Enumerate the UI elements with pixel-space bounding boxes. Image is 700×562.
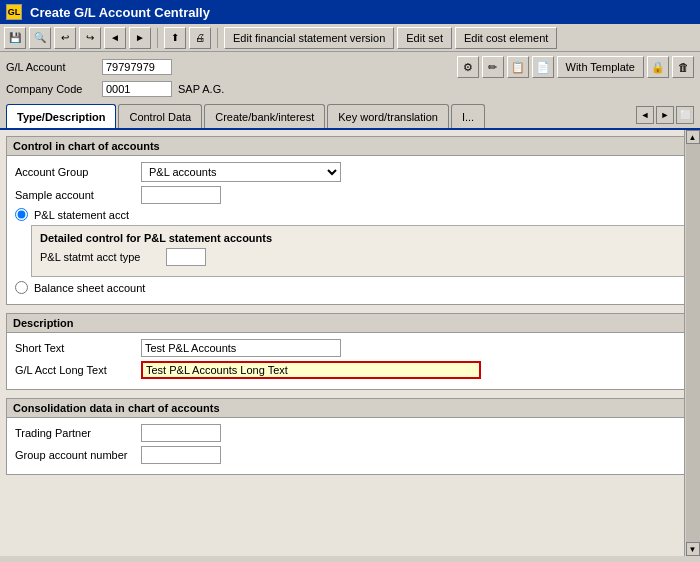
print-button[interactable]: 🖨: [189, 27, 211, 49]
account-group-row: Account Group P&L accounts: [15, 162, 685, 182]
description-section: Description Short Text G/L Acct Long Tex…: [6, 313, 694, 390]
pl-statmt-acct-type-input[interactable]: [166, 248, 206, 266]
account-group-select[interactable]: P&L accounts: [141, 162, 341, 182]
long-text-row: G/L Acct Long Text: [15, 361, 685, 379]
sample-account-label: Sample account: [15, 189, 135, 201]
header-btn-5[interactable]: 🔒: [647, 56, 669, 78]
next-button[interactable]: ►: [129, 27, 151, 49]
scroll-down-button[interactable]: ▼: [686, 542, 700, 556]
prev-button[interactable]: ◄: [104, 27, 126, 49]
pl-detail-section: Detailed control for P&L statement accou…: [31, 225, 685, 277]
tab-expand-button[interactable]: ⬜: [676, 106, 694, 124]
tab-nav-buttons: ◄ ► ⬜: [636, 106, 694, 124]
company-code-row: Company Code 0001 SAP A.G.: [6, 81, 694, 97]
short-text-input[interactable]: [141, 339, 341, 357]
header-buttons: ⚙ ✏ 📋 📄 With Template 🔒 🗑: [457, 56, 695, 78]
group-account-input[interactable]: [141, 446, 221, 464]
undo-button[interactable]: ↩: [54, 27, 76, 49]
find-button[interactable]: 🔍: [29, 27, 51, 49]
header-btn-6[interactable]: 🗑: [672, 56, 694, 78]
tab-type-description[interactable]: Type/Description: [6, 104, 116, 128]
tab-next-button[interactable]: ►: [656, 106, 674, 124]
scrollbar[interactable]: ▲ ▼: [684, 130, 700, 556]
tab-prev-button[interactable]: ◄: [636, 106, 654, 124]
trading-partner-label: Trading Partner: [15, 427, 135, 439]
header-btn-1[interactable]: ⚙: [457, 56, 479, 78]
gl-account-label: G/L Account: [6, 61, 96, 73]
sample-account-input[interactable]: [141, 186, 221, 204]
pl-detail-header: Detailed control for P&L statement accou…: [40, 232, 676, 248]
tabs-area: Type/Description Control Data Create/ban…: [0, 104, 700, 130]
title-bar: GL Create G/L Account Centrally: [0, 0, 700, 24]
consolidation-body: Trading Partner Group account number: [7, 418, 693, 474]
tab-i[interactable]: I...: [451, 104, 485, 128]
header-btn-4[interactable]: 📄: [532, 56, 554, 78]
pl-statement-label: P&L statement acct: [34, 209, 129, 221]
save-button[interactable]: 💾: [4, 27, 26, 49]
page-title: Create G/L Account Centrally: [30, 5, 210, 20]
pl-statmt-acct-type-row: P&L statmt acct type: [40, 248, 676, 266]
company-code-label: Company Code: [6, 83, 96, 95]
short-text-row: Short Text: [15, 339, 685, 357]
description-body: Short Text G/L Acct Long Text: [7, 333, 693, 389]
gl-account-value: 79797979: [102, 59, 172, 75]
sample-account-row: Sample account: [15, 186, 685, 204]
redo-button[interactable]: ↪: [79, 27, 101, 49]
group-account-row: Group account number: [15, 446, 685, 464]
header-btn-2[interactable]: ✏: [482, 56, 504, 78]
edit-fin-stmt-button[interactable]: Edit financial statement version: [224, 27, 394, 49]
group-account-label: Group account number: [15, 449, 135, 461]
toolbar-separator: [157, 28, 158, 48]
description-header: Description: [7, 314, 693, 333]
chart-of-accounts-body: Account Group P&L accounts Sample accoun…: [7, 156, 693, 304]
long-text-input[interactable]: [141, 361, 481, 379]
tab-control-data[interactable]: Control Data: [118, 104, 202, 128]
scroll-track[interactable]: [686, 144, 700, 542]
toolbar-separator-2: [217, 28, 218, 48]
company-code-value: 0001: [102, 81, 172, 97]
with-template-button[interactable]: With Template: [557, 56, 645, 78]
short-text-label: Short Text: [15, 342, 135, 354]
balance-sheet-radio[interactable]: [15, 281, 28, 294]
main-content: Control in chart of accounts Account Gro…: [0, 130, 700, 556]
balance-sheet-row: Balance sheet account: [15, 281, 685, 294]
pl-statement-radio[interactable]: [15, 208, 28, 221]
upload-button[interactable]: ⬆: [164, 27, 186, 49]
pl-statmt-acct-type-label: P&L statmt acct type: [40, 251, 160, 263]
account-group-label: Account Group: [15, 166, 135, 178]
trading-partner-input[interactable]: [141, 424, 221, 442]
app-icon: GL: [6, 4, 22, 20]
tab-create-bank-interest[interactable]: Create/bank/interest: [204, 104, 325, 128]
gl-account-row: G/L Account 79797979 ⚙ ✏ 📋 📄 With Templa…: [6, 56, 694, 78]
edit-set-button[interactable]: Edit set: [397, 27, 452, 49]
header-area: G/L Account 79797979 ⚙ ✏ 📋 📄 With Templa…: [0, 52, 700, 104]
pl-statement-row: P&L statement acct: [15, 208, 685, 221]
toolbar: 💾 🔍 ↩ ↪ ◄ ► ⬆ 🖨 Edit financial statement…: [0, 24, 700, 52]
chart-of-accounts-header: Control in chart of accounts: [7, 137, 693, 156]
trading-partner-row: Trading Partner: [15, 424, 685, 442]
consolidation-header: Consolidation data in chart of accounts: [7, 399, 693, 418]
tab-keyword-translation[interactable]: Key word/translation: [327, 104, 449, 128]
consolidation-section: Consolidation data in chart of accounts …: [6, 398, 694, 475]
scroll-up-button[interactable]: ▲: [686, 130, 700, 144]
header-btn-3[interactable]: 📋: [507, 56, 529, 78]
edit-cost-element-button[interactable]: Edit cost element: [455, 27, 557, 49]
company-name: SAP A.G.: [178, 83, 224, 95]
long-text-label: G/L Acct Long Text: [15, 364, 135, 376]
chart-of-accounts-section: Control in chart of accounts Account Gro…: [6, 136, 694, 305]
balance-sheet-label: Balance sheet account: [34, 282, 145, 294]
